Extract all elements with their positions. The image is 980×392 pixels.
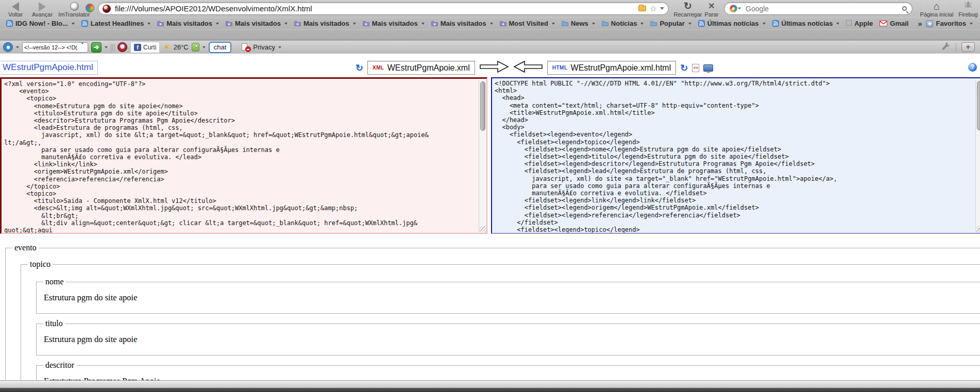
bookmark-label: Notícias: [611, 20, 637, 27]
home-button[interactable]: ⌂ Página inicial: [918, 1, 955, 18]
price-tag-icon[interactable]: [192, 43, 199, 52]
search-box[interactable]: [724, 2, 913, 15]
privacy-label: Privacy: [253, 43, 275, 51]
smart-bookmark-icon: [363, 21, 369, 26]
bookmark-item[interactable]: Gmail: [876, 19, 912, 28]
html-refresh-icon[interactable]: ↻: [680, 63, 688, 73]
view-source-icon[interactable]: <>: [692, 64, 699, 72]
page-favicon-icon: [103, 5, 111, 13]
help-button[interactable]: ?: [968, 63, 977, 72]
preview-monitor-icon[interactable]: [703, 64, 713, 72]
bookmark-caret-icon: [490, 23, 493, 25]
reload-button[interactable]: ↻ Recarregar: [673, 1, 703, 18]
xml-file-box[interactable]: XML WEstrutPgmApoie.xml: [367, 61, 475, 75]
url-input[interactable]: [115, 4, 634, 13]
bookmark-item[interactable]: Últimas notícias: [695, 19, 769, 28]
bookmark-label: News: [571, 20, 588, 27]
rendered-legend-evento: evento: [12, 243, 39, 252]
back-button[interactable]: Voltar: [4, 1, 27, 18]
bookmark-star-icon[interactable]: ☆: [650, 5, 657, 13]
html-resize-grip-icon[interactable]: [976, 226, 980, 232]
bookmark-item[interactable]: Últimas notícias: [769, 19, 843, 28]
bookmark-item[interactable]: IDG Now! - Blo...: [3, 19, 78, 28]
bookmark-item[interactable]: Most Visited: [497, 19, 559, 28]
html-scrollbar-thumb[interactable]: [977, 81, 980, 130]
xml-scrollbar[interactable]: [479, 80, 486, 232]
new-tab-button[interactable]: +: [961, 42, 975, 52]
privacy-caret-icon[interactable]: [278, 46, 281, 48]
xml-source-code[interactable]: <?xml version="1.0" encoding="UTF-8"?> <…: [2, 79, 486, 234]
bookmark-item[interactable]: Mais visitados: [223, 19, 291, 28]
bookmark-label: Mais visitados: [441, 20, 486, 27]
rendered-fieldset-titulo: titulo Estrutura pgm do site apoie: [36, 319, 980, 355]
bookmark-item[interactable]: Mais visitados: [428, 19, 497, 28]
facebook-like-label: Curti: [143, 44, 156, 51]
facebook-like-widget[interactable]: f Curti: [130, 42, 160, 53]
bookmark-item[interactable]: News: [559, 19, 599, 28]
bookmark-item[interactable]: Notícias: [599, 19, 648, 28]
arrow-left-icon: [513, 60, 543, 76]
addon-globe-icon[interactable]: [86, 4, 94, 12]
favorites-folder[interactable]: ★ Favoritos: [926, 20, 973, 27]
xml-resize-grip-icon[interactable]: [480, 226, 486, 232]
search-icon[interactable]: [902, 6, 907, 11]
bookmark-item[interactable]: Latest Headlines: [78, 19, 154, 28]
source-file-tab[interactable]: WEstrutPgmApoie.html: [0, 61, 98, 75]
html-output-code[interactable]: <!DOCTYPE html PUBLIC "-//W3C//DTD HTML …: [492, 78, 980, 234]
facebook-icon: f: [134, 44, 141, 51]
xml-filename: WEstrutPgmApoie.xml: [387, 63, 470, 73]
xml-refresh-icon[interactable]: ↻: [356, 63, 363, 73]
bookmark-caret-icon: [640, 23, 644, 25]
bookmark-caret-icon: [147, 23, 150, 25]
wrench-icon[interactable]: [941, 41, 951, 53]
gmail-bookmark-icon: [880, 21, 887, 26]
privacy-icon[interactable]: [242, 43, 250, 52]
bookmark-item[interactable]: Mais visitados: [291, 19, 360, 28]
bookmark-item[interactable]: Apple: [843, 19, 876, 28]
html-scrollbar[interactable]: [975, 79, 980, 232]
bookmark-folder-icon[interactable]: [638, 6, 646, 11]
toolbar-right-group: +: [941, 41, 977, 53]
html-file-box[interactable]: HTML WEstrutPgmApoie.xml.html: [547, 61, 677, 75]
chat-button[interactable]: chat: [209, 42, 232, 53]
url-bar[interactable]: ☆: [98, 2, 669, 15]
bookmarks-bar: IDG Now! - Blo...Latest HeadlinesMais vi…: [0, 18, 980, 29]
bookmark-item[interactable]: Popular: [647, 19, 695, 28]
url-dropdown-icon[interactable]: [660, 7, 664, 10]
converter-controls: ↻ XML WEstrutPgmApoie.xml HTML WEstrutPg…: [356, 60, 713, 76]
bookmark-item[interactable]: Mais visitados: [154, 19, 223, 28]
run-arrow-button[interactable]: ➔: [91, 42, 102, 53]
search-input[interactable]: [746, 5, 898, 13]
bookmark-caret-icon: [688, 23, 691, 25]
stop-button[interactable]: ✕ Parar: [703, 1, 720, 18]
addon-blue-caret-icon[interactable]: [16, 46, 19, 48]
bookmark-label: Apple: [854, 20, 873, 27]
google-logo-icon[interactable]: [730, 5, 737, 12]
firebug-button[interactable]: Firebug: [956, 1, 980, 18]
bookmarks-overflow-chevron[interactable]: »: [918, 19, 922, 28]
search-engine-dropdown-icon[interactable]: [738, 8, 741, 10]
version-combobox-caret-icon: [79, 44, 86, 50]
html-badge: HTML: [552, 65, 568, 71]
xml-badge: XML: [373, 65, 384, 71]
version-combobox[interactable]: <!--versão 12--> <!D(: [22, 42, 88, 53]
forward-label: Avançar: [32, 11, 53, 18]
xml-scrollbar-thumb[interactable]: [480, 81, 485, 131]
html-output-textarea[interactable]: <!DOCTYPE html PUBLIC "-//W3C//DTD HTML …: [491, 77, 980, 234]
xml-source-textarea[interactable]: <?xml version="1.0" encoding="UTF-8"?> <…: [0, 77, 487, 234]
addon-red-ball-button[interactable]: [117, 42, 127, 52]
rendered-fieldset-nome: nome Estrutura pgm do site apoie: [36, 277, 980, 314]
bookmark-caret-icon: [592, 23, 595, 25]
addon-blue-button[interactable]: [3, 42, 13, 52]
forward-button[interactable]: Avançar: [29, 1, 56, 18]
bookmark-label: Most Visited: [509, 20, 548, 27]
bookmark-item[interactable]: Mais visitados: [360, 19, 428, 28]
run-caret-icon[interactable]: [105, 46, 108, 48]
rendered-titulo-text: Estrutura pgm do site apoie: [43, 331, 980, 349]
price-tag-caret-icon[interactable]: [202, 46, 206, 48]
weather-sun-icon[interactable]: ☀: [163, 42, 170, 52]
rendered-legend-titulo: titulo: [43, 319, 65, 328]
rendered-preview: evento topico nome Estrutura pgm do site…: [0, 236, 980, 380]
status-bar: [0, 380, 980, 388]
bookmark-label: Mais visitados: [303, 20, 349, 27]
